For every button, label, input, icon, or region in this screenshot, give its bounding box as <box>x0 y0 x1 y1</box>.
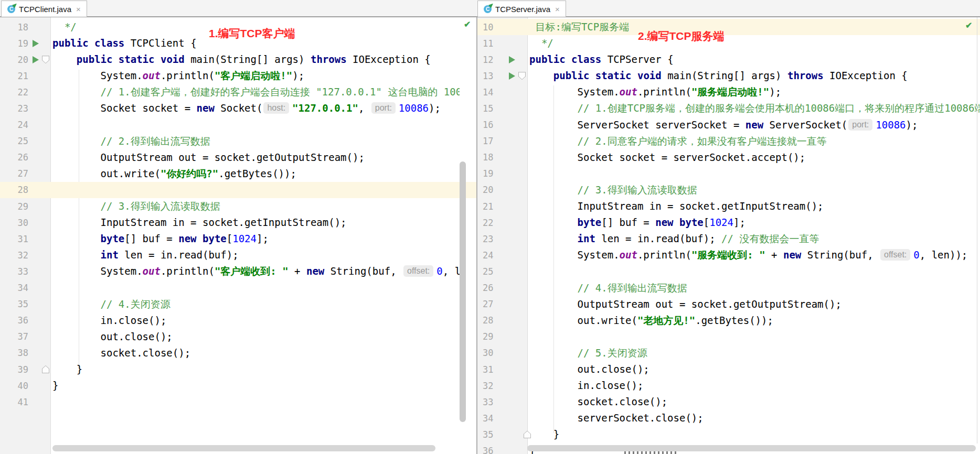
code-line[interactable]: 31 byte[] buf = new byte[1024]; <box>0 231 476 247</box>
code-text[interactable]: InputStream in = socket.getInputStream()… <box>527 198 980 214</box>
line-number[interactable]: 27 <box>0 168 28 179</box>
line-number[interactable]: 17 <box>477 136 505 146</box>
code-line[interactable]: 37 out.close(); <box>0 329 476 345</box>
code-line[interactable]: 35 // 4.关闭资源 <box>0 296 476 312</box>
line-number[interactable]: 36 <box>477 446 505 454</box>
code-text[interactable]: // 4.关闭资源 <box>50 296 460 312</box>
line-number[interactable]: 29 <box>0 201 28 212</box>
code-line[interactable]: 29 <box>477 329 980 345</box>
code-text[interactable] <box>50 280 460 296</box>
code-line[interactable]: 13 public static void main(String[] args… <box>477 68 980 84</box>
line-number[interactable]: 16 <box>477 120 505 130</box>
code-line[interactable]: 26 OutputStream out = socket.getOutputSt… <box>0 149 476 166</box>
code-text[interactable]: ServerSocket serverSocket = new ServerSo… <box>527 117 980 133</box>
code-text[interactable]: out.close(); <box>50 329 460 345</box>
code-text[interactable]: serverSocket.close(); <box>527 410 980 426</box>
code-line[interactable]: 26 // 4.得到输出流写数据 <box>477 280 980 296</box>
code-text[interactable]: // 1.创建客户端，创建好的客户端会自动连接 "127.0.0.1" 这台电脑… <box>50 84 460 100</box>
line-number[interactable]: 22 <box>0 87 28 98</box>
code-line[interactable]: 34 <box>0 280 476 296</box>
line-number[interactable]: 22 <box>477 218 505 228</box>
line-number[interactable]: 30 <box>477 348 505 358</box>
line-number[interactable]: 13 <box>477 71 505 81</box>
code-line[interactable]: 17 // 2.同意客户端的请求，如果没有客户端连接就一直等 <box>477 133 980 149</box>
line-number[interactable]: 15 <box>477 103 505 114</box>
code-line[interactable]: 18 Socket socket = serverSocket.accept()… <box>477 149 980 166</box>
code-text[interactable]: socket.close(); <box>50 345 460 361</box>
line-number[interactable]: 23 <box>0 103 28 114</box>
line-number[interactable]: 27 <box>477 299 505 309</box>
line-number[interactable]: 12 <box>477 55 505 65</box>
line-number[interactable]: 26 <box>477 283 505 293</box>
line-number[interactable]: 10 <box>477 22 505 33</box>
code-text[interactable]: out.write("老地方见!".getBytes()); <box>527 312 980 329</box>
line-number[interactable]: 20 <box>0 55 28 65</box>
code-line[interactable]: 14 System.out.println("服务端启动啦!"); <box>477 84 980 100</box>
line-number[interactable]: 28 <box>477 315 505 326</box>
line-number[interactable]: 20 <box>477 185 505 195</box>
line-number[interactable]: 30 <box>0 218 28 228</box>
line-number[interactable]: 38 <box>0 348 28 358</box>
code-text[interactable]: Socket socket = serverSocket.accept(); <box>527 149 980 166</box>
line-number[interactable]: 14 <box>477 87 505 98</box>
line-number[interactable]: 33 <box>477 397 505 407</box>
code-text[interactable]: int len = in.read(buf); // 没有数据会一直等 <box>527 231 980 247</box>
code-line[interactable]: 33 System.out.println("客户端收到: " + new St… <box>0 263 476 279</box>
line-number[interactable]: 32 <box>477 381 505 391</box>
line-number[interactable]: 19 <box>477 168 505 179</box>
code-text[interactable]: int len = in.read(buf); <box>50 247 460 263</box>
line-number[interactable]: 32 <box>0 250 28 261</box>
line-number[interactable]: 35 <box>0 299 28 309</box>
code-line[interactable]: 16 ServerSocket serverSocket = new Serve… <box>477 117 980 133</box>
code-text[interactable]: System.out.println("服务端启动啦!"); <box>527 84 980 100</box>
code-line[interactable]: 32 int len = in.read(buf); <box>0 247 476 263</box>
code-line[interactable]: 27 OutputStream out = socket.getOutputSt… <box>477 296 980 312</box>
fold-region-icon[interactable] <box>42 56 49 63</box>
code-line[interactable]: 40} <box>0 377 476 394</box>
code-line[interactable]: 21 InputStream in = socket.getInputStrea… <box>477 198 980 214</box>
line-number[interactable]: 24 <box>477 250 505 261</box>
code-text[interactable] <box>527 329 980 345</box>
code-text[interactable]: socket.close(); <box>527 394 980 410</box>
code-line[interactable]: 19 <box>477 166 980 182</box>
horizontal-scrollbar-thumb[interactable] <box>527 445 976 451</box>
code-text[interactable]: // 1.创建TCP服务端，创建的服务端会使用本机的10086端口，将来别的程序… <box>527 100 980 116</box>
fold-region-icon[interactable] <box>518 72 526 80</box>
code-line[interactable]: 23 Socket socket = new Socket(host:"127.… <box>0 100 476 116</box>
code-text[interactable]: // 4.得到输出流写数据 <box>527 280 980 296</box>
code-line[interactable]: 12public class TCPServer { <box>477 51 980 68</box>
line-number[interactable]: 33 <box>0 266 28 277</box>
inspections-status-icon[interactable]: ✔ <box>464 19 471 29</box>
code-line[interactable]: 30 InputStream in = socket.getInputStrea… <box>0 214 476 231</box>
code-text[interactable]: } <box>50 377 460 394</box>
code-line[interactable]: 15 // 1.创建TCP服务端，创建的服务端会使用本机的10086端口，将来别… <box>477 100 980 116</box>
code-text[interactable]: OutputStream out = socket.getOutputStrea… <box>50 149 460 166</box>
code-line[interactable]: 21 System.out.println("客户端启动啦!"); <box>0 68 476 84</box>
code-line[interactable]: 22 byte[] buf = new byte[1024]; <box>477 214 980 231</box>
line-number[interactable]: 25 <box>0 136 28 146</box>
code-text[interactable]: // 2.得到输出流写数据 <box>50 133 460 149</box>
code-text[interactable]: InputStream in = socket.getInputStream()… <box>50 214 460 231</box>
tab-tcpserver[interactable]: C TCPServer.java × <box>477 1 566 17</box>
code-line[interactable]: 25 <box>477 263 980 279</box>
code-line[interactable]: 36 in.close(); <box>0 312 476 329</box>
line-number[interactable]: 24 <box>0 120 28 130</box>
code-line[interactable]: 28 <box>0 182 476 198</box>
code-line[interactable]: 20 // 3.得到输入流读取数据 <box>477 182 980 198</box>
code-line[interactable]: 32 in.close(); <box>477 377 980 394</box>
code-line[interactable]: 33 socket.close(); <box>477 394 980 410</box>
run-button-icon[interactable] <box>33 56 39 63</box>
code-line[interactable]: 22 // 1.创建客户端，创建好的客户端会自动连接 "127.0.0.1" 这… <box>0 84 476 100</box>
code-text[interactable]: out.write("你好约吗?".getBytes()); <box>50 166 460 182</box>
run-button-icon[interactable] <box>509 56 515 63</box>
line-number[interactable]: 34 <box>0 283 28 293</box>
code-text[interactable] <box>527 166 980 182</box>
close-tab-icon[interactable]: × <box>76 5 81 14</box>
line-number[interactable]: 28 <box>0 185 28 195</box>
code-text[interactable]: System.out.println("服务端收到: " + new Strin… <box>527 247 980 263</box>
vertical-scrollbar-thumb[interactable] <box>460 161 466 422</box>
code-line[interactable]: 29 // 3.得到输入流读取数据 <box>0 198 476 214</box>
code-line[interactable]: 27 out.write("你好约吗?".getBytes()); <box>0 166 476 182</box>
code-text[interactable]: // 2.同意客户端的请求，如果没有客户端连接就一直等 <box>527 133 980 149</box>
code-text[interactable]: out.close(); <box>527 361 980 377</box>
